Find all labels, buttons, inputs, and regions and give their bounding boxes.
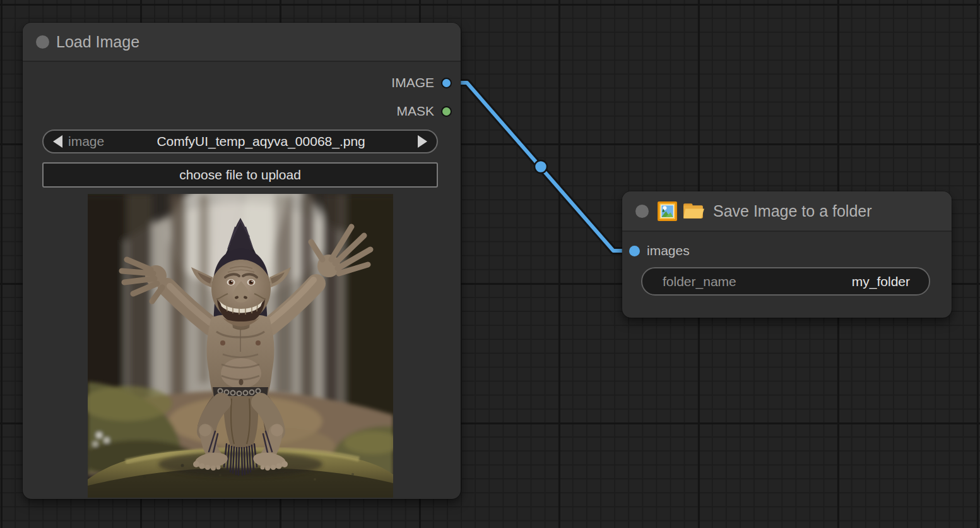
input-dot-images[interactable] xyxy=(629,246,640,256)
output-label-mask: MASK xyxy=(396,104,434,119)
input-slot-images: images xyxy=(629,242,690,260)
output-dot-mask[interactable] xyxy=(441,106,452,117)
combo-prev-arrow-icon[interactable] xyxy=(53,135,62,148)
image-preview xyxy=(88,194,393,498)
collapse-dot-icon[interactable] xyxy=(635,205,649,218)
save-image-node[interactable]: Save Image to a folder images folder_nam… xyxy=(622,191,952,318)
folder-name-label: folder_name xyxy=(663,274,852,289)
output-slot-image: IMAGE xyxy=(391,74,452,92)
combo-widget-label: image xyxy=(68,134,104,149)
load-image-node-header[interactable]: Load Image xyxy=(23,23,461,62)
open-folder-icon xyxy=(682,201,705,221)
output-dot-image[interactable] xyxy=(441,78,452,88)
choose-file-button[interactable]: choose file to upload xyxy=(42,162,438,188)
node-title: Save Image to a folder xyxy=(713,202,872,220)
output-label-image: IMAGE xyxy=(391,75,434,90)
combo-widget-value: ComfyUI_temp_aqyva_00068_.png xyxy=(104,134,418,149)
input-label-images: images xyxy=(647,243,690,258)
output-slot-mask: MASK xyxy=(396,102,452,120)
save-image-node-header[interactable]: Save Image to a folder xyxy=(622,191,952,232)
framed-picture-icon xyxy=(657,201,678,222)
node-graph-canvas[interactable]: Load Image IMAGE MASK image ComfyUI_temp… xyxy=(0,0,980,528)
load-image-node[interactable]: Load Image IMAGE MASK image ComfyUI_temp… xyxy=(23,23,461,499)
folder-name-widget[interactable]: folder_name my_folder xyxy=(641,267,930,296)
folder-name-value: my_folder xyxy=(852,274,910,289)
combo-next-arrow-icon[interactable] xyxy=(418,135,427,148)
link-midpoint-dot[interactable] xyxy=(534,160,547,173)
node-title: Load Image xyxy=(56,33,139,51)
collapse-dot-icon[interactable] xyxy=(36,35,49,49)
image-combo-widget[interactable]: image ComfyUI_temp_aqyva_00068_.png xyxy=(42,129,438,153)
